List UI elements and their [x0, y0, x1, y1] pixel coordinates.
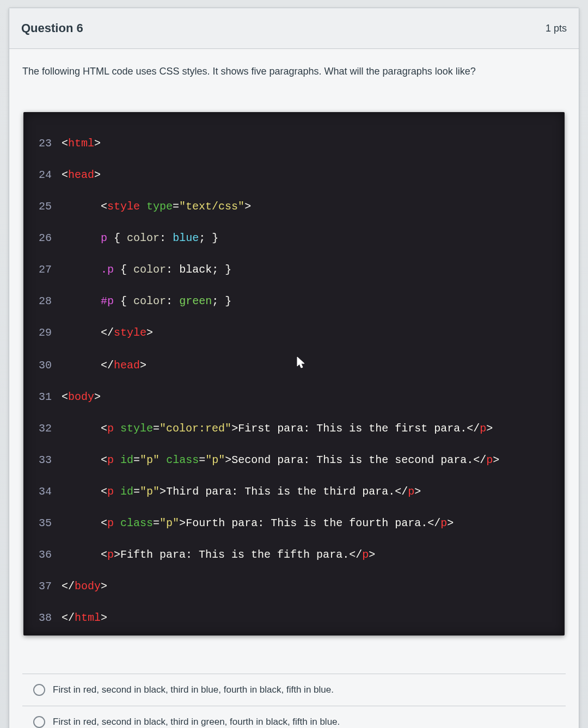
- answer-option-1[interactable]: First in red, second in black, third in …: [22, 674, 566, 706]
- answer-option-1-label: First in red, second in black, third in …: [53, 684, 334, 695]
- question-6-title: Question 6: [21, 21, 83, 35]
- radio-icon[interactable]: [33, 716, 45, 728]
- answer-option-2[interactable]: First in red, second in black, third in …: [22, 706, 566, 728]
- question-6-points: 1 pts: [546, 23, 567, 34]
- question-6-card: Question 6 1 pts The following HTML code…: [9, 8, 579, 728]
- question-6-prompt: The following HTML code uses CSS styles.…: [22, 64, 566, 79]
- quiz-page: Question 6 1 pts The following HTML code…: [0, 0, 588, 728]
- answer-option-2-label: First in red, second in black, third in …: [53, 717, 340, 727]
- answer-list: First in red, second in black, third in …: [22, 674, 566, 728]
- cursor-icon: [297, 356, 305, 368]
- code-snippet: 23<html> 24<head> 25 <style type="text/c…: [23, 112, 565, 636]
- radio-icon[interactable]: [33, 684, 45, 696]
- question-6-header: Question 6 1 pts: [9, 8, 579, 49]
- question-6-body: The following HTML code uses CSS styles.…: [9, 49, 579, 728]
